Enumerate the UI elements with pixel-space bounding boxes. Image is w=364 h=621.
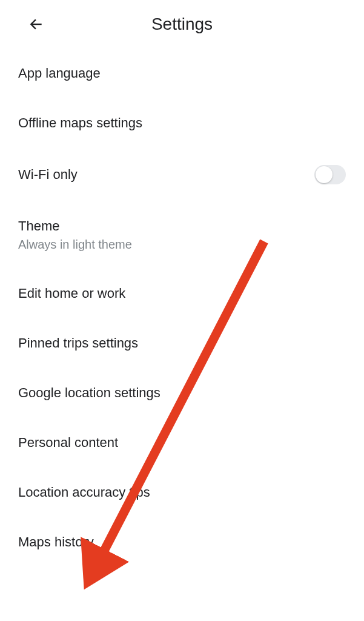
setting-text: Personal content — [18, 435, 118, 451]
setting-edit-home-work[interactable]: Edit home or work — [18, 269, 346, 318]
setting-text: Location accuracy tips — [18, 485, 150, 500]
setting-label: Pinned trips settings — [18, 335, 138, 351]
setting-text: Maps history — [18, 534, 94, 550]
setting-text: Theme Always in light theme — [18, 218, 132, 252]
setting-text: Offline maps settings — [18, 115, 142, 131]
setting-pinned-trips[interactable]: Pinned trips settings — [18, 318, 346, 368]
setting-label: Edit home or work — [18, 286, 125, 301]
setting-text: Google location settings — [18, 385, 160, 401]
setting-label: App language — [18, 65, 101, 81]
setting-text: App language — [18, 65, 101, 81]
setting-wifi-only[interactable]: Wi-Fi only — [18, 148, 346, 201]
settings-list: App language Offline maps settings Wi-Fi… — [0, 42, 364, 567]
back-arrow-icon — [28, 16, 44, 32]
setting-app-language[interactable]: App language — [18, 49, 346, 98]
setting-theme[interactable]: Theme Always in light theme — [18, 201, 346, 269]
header: Settings — [0, 0, 364, 42]
setting-label: Location accuracy tips — [18, 485, 150, 500]
setting-offline-maps[interactable]: Offline maps settings — [18, 98, 346, 148]
setting-label: Theme — [18, 218, 132, 234]
setting-text: Edit home or work — [18, 286, 125, 301]
setting-personal-content[interactable]: Personal content — [18, 418, 346, 468]
toggle-knob — [316, 166, 333, 183]
setting-label: Wi-Fi only — [18, 167, 78, 183]
back-button[interactable] — [24, 12, 48, 36]
page-title: Settings — [151, 15, 213, 34]
setting-location-accuracy[interactable]: Location accuracy tips — [18, 468, 346, 517]
setting-label: Offline maps settings — [18, 115, 142, 131]
setting-sublabel: Always in light theme — [18, 238, 132, 252]
wifi-only-toggle[interactable] — [314, 165, 346, 184]
setting-label: Maps history — [18, 534, 94, 550]
setting-google-location[interactable]: Google location settings — [18, 368, 346, 418]
setting-maps-history[interactable]: Maps history — [18, 517, 346, 567]
setting-label: Personal content — [18, 435, 118, 451]
setting-text: Pinned trips settings — [18, 335, 138, 351]
setting-text: Wi-Fi only — [18, 167, 78, 183]
setting-label: Google location settings — [18, 385, 160, 401]
